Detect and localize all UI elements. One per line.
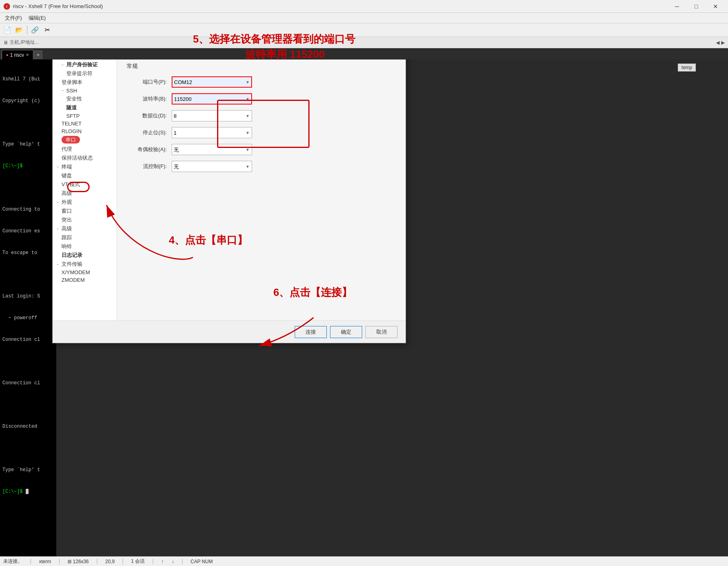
tree-item-login-script[interactable]: 登录脚本 bbox=[53, 78, 117, 87]
tab-add-button[interactable]: + bbox=[34, 51, 42, 59]
tree-label-appearance: 外观 bbox=[62, 199, 72, 206]
expand-icon-ssh: − bbox=[62, 88, 64, 93]
tree-item-appearance[interactable]: − 外观 bbox=[53, 198, 117, 207]
tree-label-keyboard: 键盘 bbox=[62, 172, 72, 179]
toolbar-btn-3[interactable]: 🔗 bbox=[29, 25, 41, 36]
status-sep-2 bbox=[59, 559, 59, 564]
tree-label-login-prompt: 登录提示符 bbox=[66, 70, 92, 77]
port-select[interactable]: COM12 bbox=[172, 76, 252, 88]
tree-item-terminal[interactable]: − 终端 bbox=[53, 162, 117, 171]
terminal-blank-3 bbox=[2, 271, 54, 278]
maximize-button[interactable]: □ bbox=[687, 0, 705, 13]
toolbar-btn-4[interactable]: ✂ bbox=[41, 25, 53, 36]
tree-label-login-script: 登录脚本 bbox=[62, 79, 82, 86]
terminal-blank-1 bbox=[2, 119, 54, 126]
tree-item-auth[interactable]: − 用户身份验证 bbox=[53, 60, 117, 69]
tree-label-ssh: SSH bbox=[66, 88, 77, 94]
window-controls: ─ □ ✕ bbox=[668, 0, 725, 13]
status-size: ⊞ 126x36 bbox=[68, 559, 89, 564]
connect-button[interactable]: 连接 bbox=[295, 326, 327, 338]
tree-item-ssh[interactable]: − SSH bbox=[53, 87, 117, 94]
tree-item-bell[interactable]: 响铃 bbox=[53, 242, 117, 251]
tree-item-xymodem[interactable]: X/YMODEM bbox=[53, 269, 117, 276]
tree-item-advanced-terminal[interactable]: 高级 bbox=[53, 189, 117, 198]
tree-label-bell: 响铃 bbox=[62, 243, 72, 250]
tree-item-logging[interactable]: 日志记录 bbox=[53, 251, 117, 260]
databits-label: 数据位(D): bbox=[127, 112, 167, 119]
baud-label: 波特率(B): bbox=[127, 95, 167, 103]
settings-panel: 连接 > 串口 常规 端口号(P): COM12 波特率(B): bbox=[117, 39, 406, 320]
tree-item-trace[interactable]: 跟踪 bbox=[53, 233, 117, 242]
tree-item-serial[interactable]: 串口 bbox=[53, 135, 117, 145]
menu-file[interactable]: 文件(F) bbox=[2, 14, 25, 23]
flow-select[interactable]: 无 bbox=[172, 161, 252, 172]
baud-select[interactable]: 115200 bbox=[172, 93, 252, 105]
parity-label: 奇偶校验(A): bbox=[127, 146, 167, 153]
address-bar: 🖥 主机,IP地址... ◀ ▶ bbox=[0, 37, 728, 48]
status-arrow-down: ↓ bbox=[172, 559, 174, 564]
tree-item-zmodem[interactable]: ZMODEM bbox=[53, 276, 117, 284]
tree-label-terminal: 终端 bbox=[62, 163, 72, 170]
tree-item-file-transfer[interactable]: − 文件传输 bbox=[53, 260, 117, 269]
tree-label-trace: 跟踪 bbox=[62, 234, 72, 241]
status-sep-3 bbox=[97, 559, 97, 564]
tree-label-serial: 串口 bbox=[62, 136, 80, 144]
category-panel: 类别(C): − 连接 − 用户身份验证 登录提示符 登录脚本 − bbox=[53, 39, 117, 320]
databits-select[interactable]: 8 bbox=[172, 110, 252, 121]
status-terminal: xterm bbox=[39, 559, 51, 564]
tab-close-icon[interactable]: ✕ bbox=[26, 53, 29, 57]
tree-item-tunnel[interactable]: 隧道 bbox=[53, 103, 117, 112]
tree-item-sftp[interactable]: SFTP bbox=[53, 112, 117, 120]
status-bar: 未连接。 xterm ⊞ 126x36 20,9 1 会话 ↑ ↓ CAP NU… bbox=[0, 556, 728, 566]
status-arrow-up: ↑ bbox=[161, 559, 164, 564]
tree-label-highlight: 突出 bbox=[62, 216, 72, 224]
terminal-prompt-2: [C:\~]$ bbox=[2, 488, 54, 495]
title-bar: r riscv - Xshell 7 (Free for Home/School… bbox=[0, 0, 728, 13]
stopbits-select-wrapper: 1 bbox=[172, 127, 252, 138]
terminal-line-1: Xshell 7 (Bui bbox=[2, 76, 54, 83]
tree-label-security: 安全性 bbox=[66, 95, 82, 103]
tree-label-logging: 日志记录 bbox=[62, 252, 82, 259]
tree-item-vt-mode[interactable]: VT 模式 bbox=[53, 180, 117, 189]
cancel-button[interactable]: 取消 bbox=[365, 326, 398, 338]
tree-label-keepalive: 保持活动状态 bbox=[62, 154, 93, 162]
tree-item-keyboard[interactable]: 键盘 bbox=[53, 171, 117, 180]
tree-item-login-prompt[interactable]: 登录提示符 bbox=[53, 69, 117, 78]
status-sep-6 bbox=[182, 559, 183, 564]
tree-item-keepalive[interactable]: 保持活动状态 bbox=[53, 154, 117, 162]
expand-icon-file-transfer: − bbox=[57, 262, 59, 267]
tree-label-window: 窗口 bbox=[62, 207, 72, 215]
tree-item-security[interactable]: 安全性 bbox=[53, 94, 117, 103]
tree-item-proxy[interactable]: 代理 bbox=[53, 145, 117, 154]
status-sep-1 bbox=[31, 559, 31, 564]
stopbits-select[interactable]: 1 bbox=[172, 127, 252, 138]
ok-button[interactable]: 确定 bbox=[330, 326, 362, 338]
tree-item-rlogin[interactable]: RLOGIN bbox=[53, 127, 117, 135]
tree-label-telnet: TELNET bbox=[62, 121, 82, 127]
tree-item-highlight[interactable]: 突出 bbox=[53, 215, 117, 224]
tab-riscv[interactable]: ● 1 riscv ✕ bbox=[2, 50, 33, 59]
terminal-conn-closed-2: Connection cl bbox=[2, 379, 54, 387]
open-folder-button[interactable]: 📂 bbox=[14, 25, 25, 36]
parity-select-wrapper: 无 bbox=[172, 144, 252, 155]
parity-select[interactable]: 无 bbox=[172, 144, 252, 155]
close-button[interactable]: ✕ bbox=[706, 0, 725, 13]
section-title: 常规 bbox=[127, 63, 396, 70]
nav-back[interactable]: ◀ bbox=[716, 40, 720, 45]
menu-edit[interactable]: 编辑(E) bbox=[25, 14, 49, 23]
baud-select-wrapper: 115200 bbox=[172, 93, 252, 105]
terminal-line-3: Type `help' t bbox=[2, 141, 54, 148]
tree-label-advanced-terminal: 高级 bbox=[62, 190, 72, 197]
dialog-body: 类别(C): − 连接 − 用户身份验证 登录提示符 登录脚本 − bbox=[53, 39, 406, 320]
window-title: riscv - Xshell 7 (Free for Home/School) bbox=[13, 3, 668, 9]
address-placeholder: 主机,IP地址... bbox=[10, 39, 39, 46]
new-session-button[interactable]: 📄 bbox=[2, 25, 13, 36]
tree-item-telnet[interactable]: TELNET bbox=[53, 120, 117, 127]
tree-item-advanced[interactable]: − 高级 bbox=[53, 224, 117, 233]
tree-label-vt-mode: VT 模式 bbox=[62, 181, 80, 188]
minimize-button[interactable]: ─ bbox=[668, 0, 686, 13]
nav-forward[interactable]: ▶ bbox=[721, 40, 725, 45]
expand-icon-auth: − bbox=[62, 63, 64, 67]
terminal[interactable]: Xshell 7 (Bui Copyright (c) Type `help' … bbox=[0, 59, 56, 556]
tree-item-window[interactable]: 窗口 bbox=[53, 207, 117, 215]
